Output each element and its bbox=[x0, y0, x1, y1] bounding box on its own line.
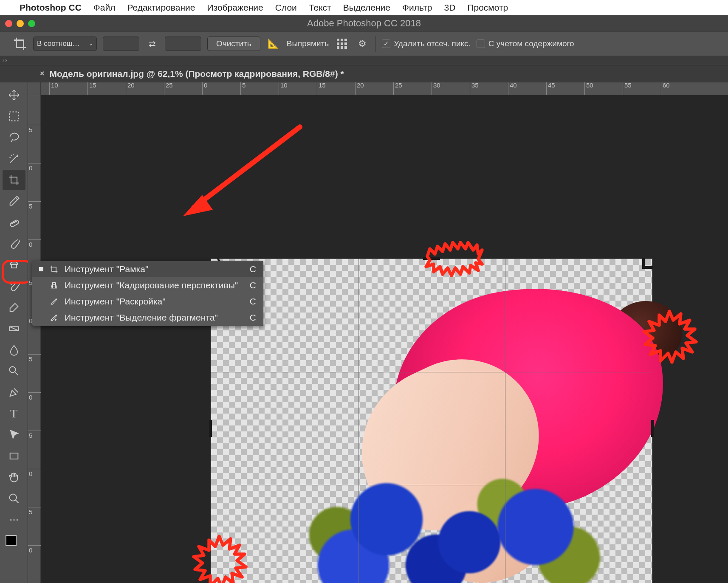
svg-point-6 bbox=[9, 367, 15, 373]
flyout-item-slice[interactable]: Инструмент "Раскройка" C bbox=[32, 293, 263, 310]
close-window-button[interactable] bbox=[5, 20, 12, 27]
color-swatches[interactable] bbox=[6, 535, 23, 548]
crop-handle-right[interactable] bbox=[651, 420, 654, 437]
svg-point-2 bbox=[11, 223, 12, 224]
move-tool[interactable] bbox=[3, 85, 25, 105]
magic-wand-tool[interactable] bbox=[3, 149, 25, 169]
ruler-tick: 50 bbox=[584, 82, 593, 95]
ruler-tick: 55 bbox=[623, 82, 632, 95]
delete-cropped-pixels-label: Удалить отсеч. пикс. bbox=[394, 39, 471, 48]
ruler-tick: 0 bbox=[28, 239, 41, 248]
horizontal-ruler[interactable]: 10 15 20 25 0 5 10 15 20 25 30 35 40 45 … bbox=[41, 82, 728, 95]
menu-select[interactable]: Выделение bbox=[343, 3, 390, 13]
menu-text[interactable]: Текст bbox=[309, 3, 331, 13]
flyout-item-shortcut: C bbox=[250, 296, 256, 307]
menu-3d[interactable]: 3D bbox=[444, 3, 456, 13]
path-selection-tool[interactable] bbox=[3, 425, 25, 445]
clear-crop-button[interactable]: Очистить bbox=[207, 37, 260, 51]
edit-toolbar-button[interactable]: ⋯ bbox=[3, 510, 25, 530]
menu-edit[interactable]: Редактирование bbox=[127, 3, 195, 13]
crop-icon bbox=[49, 265, 59, 274]
work-area: 10 15 20 25 0 5 10 15 20 25 30 35 40 45 … bbox=[28, 82, 728, 583]
ruler-tick: 10 bbox=[49, 82, 58, 95]
dodge-tool[interactable] bbox=[3, 361, 25, 381]
brush-tool[interactable] bbox=[3, 234, 25, 254]
document-tab-bar: × Модель оригинал.jpg @ 62,1% (Просмотр … bbox=[0, 65, 728, 82]
close-tab-icon[interactable]: × bbox=[40, 69, 45, 78]
flyout-item-label: Инструмент "Кадрирование перспективы" bbox=[65, 280, 244, 290]
chevron-down-icon: ⌄ bbox=[89, 41, 93, 47]
pen-tool[interactable] bbox=[3, 382, 25, 403]
flyout-item-perspective-crop[interactable]: Инструмент "Кадрирование перспективы" C bbox=[32, 277, 263, 293]
collapsed-panel-strip[interactable]: ›› bbox=[0, 56, 728, 65]
ruler-tick: 20 bbox=[126, 82, 135, 95]
tools-panel: T ⋯ bbox=[0, 82, 28, 583]
vertical-ruler[interactable]: 5 0 5 0 5 0 5 0 5 0 5 0 bbox=[28, 95, 41, 583]
menu-layers[interactable]: Слои bbox=[275, 3, 297, 13]
crop-handle-top[interactable] bbox=[423, 257, 440, 260]
straighten-label[interactable]: Выпрямить bbox=[287, 39, 329, 48]
svg-point-4 bbox=[15, 221, 16, 222]
ruler-tick: 15 bbox=[317, 82, 326, 95]
swap-dimensions-button[interactable]: ⇄ bbox=[145, 37, 159, 51]
macos-menu-bar: Photoshop CC Файл Редактирование Изображ… bbox=[0, 0, 728, 15]
ruler-tick: 0 bbox=[202, 82, 207, 95]
content-aware-checkbox[interactable]: С учетом содержимого bbox=[477, 39, 574, 48]
ruler-tick: 0 bbox=[28, 469, 41, 477]
clone-stamp-tool[interactable] bbox=[3, 255, 25, 275]
ruler-tick: 0 bbox=[28, 392, 41, 401]
hand-tool[interactable] bbox=[3, 467, 25, 487]
menu-image[interactable]: Изображение bbox=[207, 3, 263, 13]
crop-tool[interactable] bbox=[3, 170, 25, 190]
flyout-item-shortcut: C bbox=[250, 264, 256, 274]
crop-handle-top-right[interactable] bbox=[642, 258, 653, 269]
image-content bbox=[236, 276, 652, 583]
document-canvas[interactable] bbox=[211, 186, 725, 583]
history-brush-tool[interactable] bbox=[3, 276, 25, 296]
active-tool-icon[interactable] bbox=[13, 37, 27, 51]
menu-filter[interactable]: Фильтр bbox=[402, 3, 432, 13]
marquee-tool[interactable] bbox=[3, 106, 25, 127]
ruler-tick: 5 bbox=[28, 507, 41, 515]
straighten-icon[interactable]: 📐 bbox=[266, 37, 281, 51]
crop-settings-button[interactable]: ⚙ bbox=[355, 37, 370, 51]
minimize-window-button[interactable] bbox=[17, 20, 24, 27]
rectangle-shape-tool[interactable] bbox=[3, 446, 25, 466]
document-tab[interactable]: × Модель оригинал.jpg @ 62,1% (Просмотр … bbox=[33, 65, 351, 82]
document-tab-title: Модель оригинал.jpg @ 62,1% (Просмотр ка… bbox=[50, 69, 344, 79]
type-tool[interactable]: T bbox=[3, 403, 25, 424]
app-menu[interactable]: Photoshop CC bbox=[20, 3, 82, 13]
flyout-item-label: Инструмент "Выделение фрагмента" bbox=[65, 313, 244, 323]
ruler-origin-corner[interactable] bbox=[28, 82, 41, 95]
ruler-tick: 15 bbox=[87, 82, 96, 95]
svg-rect-1 bbox=[9, 220, 19, 228]
eraser-tool[interactable] bbox=[3, 297, 25, 318]
crop-ratio-preset-dropdown[interactable]: В соотнош… ⌄ bbox=[33, 37, 97, 51]
svg-point-3 bbox=[13, 222, 14, 223]
crop-width-input[interactable] bbox=[103, 37, 139, 51]
window-title: Adobe Photoshop CC 2018 bbox=[307, 18, 421, 29]
crop-height-input[interactable] bbox=[165, 37, 201, 51]
eyedropper-tool[interactable] bbox=[3, 191, 25, 211]
checkbox-unchecked-icon bbox=[477, 39, 485, 48]
crop-overlay-options-button[interactable] bbox=[335, 37, 349, 51]
flyout-item-crop[interactable]: Инструмент "Рамка" C bbox=[32, 261, 263, 277]
crop-ratio-preset-label: В соотнош… bbox=[37, 39, 80, 48]
fullscreen-window-button[interactable] bbox=[28, 20, 35, 27]
lasso-tool[interactable] bbox=[3, 127, 25, 148]
menu-file[interactable]: Файл bbox=[93, 3, 116, 13]
flyout-item-slice-select[interactable]: Инструмент "Выделение фрагмента" C bbox=[32, 310, 263, 326]
canvas-area[interactable] bbox=[41, 95, 728, 583]
menu-view[interactable]: Просмотр bbox=[467, 3, 508, 13]
spot-healing-tool[interactable] bbox=[3, 212, 25, 233]
blur-tool[interactable] bbox=[3, 340, 25, 360]
flyout-item-shortcut: C bbox=[250, 280, 256, 290]
gradient-tool[interactable] bbox=[3, 318, 25, 339]
crop-handle-left[interactable] bbox=[209, 420, 212, 437]
zoom-tool[interactable] bbox=[3, 488, 25, 509]
delete-cropped-pixels-checkbox[interactable]: ✓ Удалить отсеч. пикс. bbox=[382, 39, 471, 48]
ruler-tick: 40 bbox=[508, 82, 517, 95]
slice-select-icon bbox=[49, 313, 59, 322]
ruler-tick: 0 bbox=[28, 163, 41, 172]
crop-tool-flyout-menu: Инструмент "Рамка" C Инструмент "Кадриро… bbox=[32, 261, 263, 326]
